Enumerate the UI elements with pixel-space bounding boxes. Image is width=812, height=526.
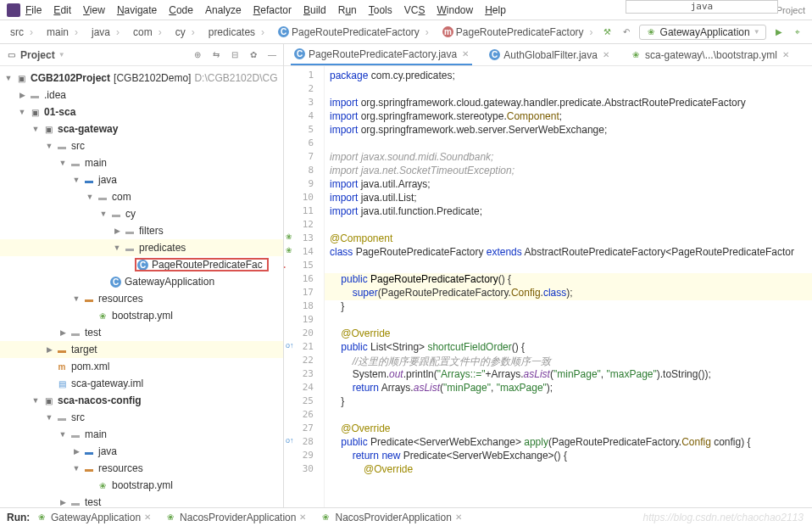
expand-icon[interactable]: ⇆ <box>210 49 222 61</box>
editor-area: CPageRoutePredicateFactory.java✕ CAuthGl… <box>284 44 812 507</box>
tree-java[interactable]: ▼▬java <box>0 171 283 188</box>
run-tab-label: GatewayApplication <box>51 512 141 523</box>
menu-navigate[interactable]: Navigate <box>117 4 157 16</box>
spring-leaf-icon: ❀ <box>36 512 47 523</box>
tab-prpf[interactable]: CPageRoutePredicateFactory.java✕ <box>291 44 472 65</box>
menu-window[interactable]: Window <box>437 4 473 16</box>
run-tab-nacos2[interactable]: ❀NacosProviderApplication✕ <box>320 512 461 523</box>
tree-target[interactable]: ▶▬target <box>0 341 283 358</box>
run-tab-label: NacosProviderApplication <box>180 512 296 523</box>
tree-nacos[interactable]: ▼▣sca-nacos-config <box>0 392 283 409</box>
nav-breadcrumb-toolbar: src main java com cy predicates CPageRou… <box>0 20 812 44</box>
tree-filters[interactable]: ▶▬filters <box>0 222 283 239</box>
crumb-main[interactable]: main <box>43 26 81 38</box>
close-icon[interactable]: ✕ <box>455 512 462 522</box>
spring-leaf-icon: ❀ <box>97 479 108 491</box>
tree-pom[interactable]: mpom.xml <box>0 358 283 375</box>
menu-refactor[interactable]: Refactor <box>253 4 292 16</box>
menu-vcs[interactable]: VCS <box>404 4 425 16</box>
resources-folder-icon: ▬ <box>83 293 95 305</box>
project-title[interactable]: Project <box>20 49 55 61</box>
crumb-com[interactable]: com <box>130 26 165 38</box>
tree-com[interactable]: ▼▬com <box>0 188 283 205</box>
tree-idea[interactable]: ▶▬.idea <box>0 87 283 104</box>
menu-analyze[interactable]: Analyze <box>205 4 242 16</box>
class-icon: C <box>294 48 305 59</box>
run-icon[interactable]: ▶ <box>773 26 785 38</box>
editor-tabs: CPageRoutePredicateFactory.java✕ CAuthGl… <box>284 44 812 66</box>
maven-icon: m <box>56 361 68 372</box>
run-config-selector[interactable]: ❀ GatewayApplication ▼ <box>639 25 766 40</box>
crumb-method[interactable]: mPageRoutePredicateFactory <box>439 26 597 38</box>
tree-prpf[interactable]: CPageRoutePredicateFac <box>0 256 283 273</box>
tree-n-test[interactable]: ▶▬test <box>0 494 283 507</box>
spring-leaf-icon: ❀ <box>97 310 108 322</box>
project-chevron-icon[interactable]: ▼ <box>58 51 65 59</box>
tree-n-main[interactable]: ▼▬main <box>0 426 283 443</box>
menu-help[interactable]: Help <box>485 4 506 16</box>
tree-cy[interactable]: ▼▬cy <box>0 205 283 222</box>
red-arrow-annotation: ➤ <box>284 256 286 278</box>
tree-main[interactable]: ▼▬main <box>0 154 283 171</box>
close-icon[interactable]: ✕ <box>603 50 609 59</box>
hide-icon[interactable]: — <box>266 49 278 61</box>
collapse-icon[interactable]: ⊟ <box>229 49 241 61</box>
tree-src[interactable]: ▼▬src <box>0 137 283 154</box>
folder-icon: ▬ <box>70 428 81 440</box>
project-tree[interactable]: ▼▣CGB2102Project [CGB2102Demo] D:\CGB210… <box>0 66 283 507</box>
build-icon[interactable]: ⚒ <box>602 26 614 38</box>
menu-edit[interactable]: Edit <box>53 4 71 16</box>
close-icon[interactable]: ✕ <box>144 512 151 522</box>
code-content[interactable]: package com.cy.predicates; import org.sp… <box>325 66 812 507</box>
run-config-label: GatewayApplication <box>660 26 750 38</box>
spring-leaf-icon: ❀ <box>320 512 331 523</box>
menu-view[interactable]: View <box>83 4 105 16</box>
menu-run[interactable]: Run <box>338 4 357 16</box>
code-editor[interactable]: ➤ 12345678910111213❀14❀15161718192021o↑2… <box>284 66 812 507</box>
project-view-icon[interactable]: ▭ <box>5 49 17 61</box>
menu-code[interactable]: Code <box>169 4 193 16</box>
crumb-src[interactable]: src <box>7 26 36 38</box>
tree-gwapp[interactable]: CGatewayApplication <box>0 273 283 290</box>
tree-n-bootstrap[interactable]: ❀bootstrap.yml <box>0 477 283 494</box>
crumb-predicates[interactable]: predicates <box>205 26 268 38</box>
source-folder-icon: ▬ <box>83 445 95 457</box>
line-gutter[interactable]: 12345678910111213❀14❀15161718192021o↑222… <box>284 66 325 507</box>
tab-authfilter[interactable]: CAuthGlobalFilter.java✕ <box>486 44 613 65</box>
debug-icon[interactable]: ⌖ <box>792 26 804 38</box>
tree-predicates[interactable]: ▼▬predicates <box>0 239 283 256</box>
menu-build[interactable]: Build <box>303 4 326 16</box>
tree-n-src[interactable]: ▼▬src <box>0 409 283 426</box>
tree-01-sca[interactable]: ▼▣01-sca <box>0 104 283 120</box>
module-icon: ▣ <box>29 106 41 118</box>
source-folder-icon: ▬ <box>83 174 95 186</box>
tree-root[interactable]: ▼▣CGB2102Project [CGB2102Demo] D:\CGB210… <box>0 70 283 87</box>
folder-icon: ▬ <box>70 496 81 507</box>
close-icon[interactable]: ✕ <box>782 50 789 59</box>
scroll-from-icon[interactable]: ⊕ <box>192 49 203 61</box>
crumb-java[interactable]: java <box>88 26 123 38</box>
tree-resources[interactable]: ▼▬resources <box>0 290 283 307</box>
back-icon[interactable]: ↶ <box>620 26 632 38</box>
tree-sca-gateway[interactable]: ▼▣sca-gateway <box>0 120 283 137</box>
tree-n-java[interactable]: ▶▬java <box>0 443 283 460</box>
gear-icon[interactable]: ✿ <box>247 49 259 61</box>
class-icon: C <box>110 277 121 288</box>
folder-icon: ▬ <box>70 157 81 169</box>
tree-bootstrap[interactable]: ❀bootstrap.yml <box>0 307 283 324</box>
project-icon: ▣ <box>15 72 27 84</box>
menu-tools[interactable]: Tools <box>369 4 392 16</box>
run-tab-nacos1[interactable]: ❀NacosProviderApplication✕ <box>164 512 306 523</box>
crumb-class[interactable]: CPageRoutePredicateFactory <box>275 26 432 38</box>
menu-file[interactable]: File <box>25 4 42 16</box>
close-icon[interactable]: ✕ <box>462 49 469 59</box>
tree-n-resources[interactable]: ▼▬resources <box>0 460 283 477</box>
tree-iml[interactable]: ▤sca-gateway.iml <box>0 375 283 392</box>
tab-bootstrap[interactable]: ❀sca-gateway\...\bootstrap.yml✕ <box>626 44 793 65</box>
run-tab-label: NacosProviderApplication <box>335 512 451 523</box>
crumb-cy[interactable]: cy <box>172 26 198 38</box>
tree-test[interactable]: ▶▬test <box>0 324 283 341</box>
folder-icon: ▬ <box>70 327 81 339</box>
close-icon[interactable]: ✕ <box>299 512 306 522</box>
run-tab-gateway[interactable]: ❀GatewayApplication✕ <box>36 512 151 523</box>
